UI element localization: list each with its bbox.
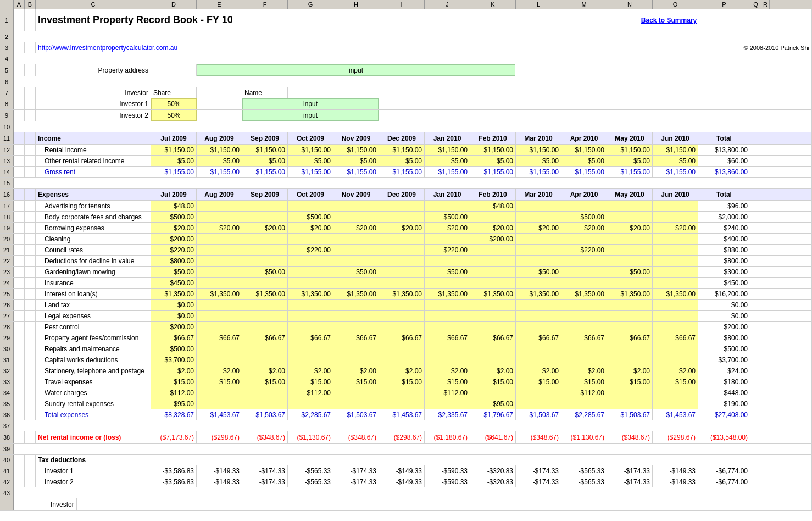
col-header-g: G [288, 0, 333, 9]
row-16: 16 Expenses Jul 2009 Aug 2009 Sep 2009 O… [0, 189, 812, 201]
oi-feb: $5.00 [470, 156, 516, 166]
cleaning-label: Cleaning [36, 234, 151, 244]
cell-16b [25, 189, 36, 200]
rownum-26: 26 [0, 300, 14, 310]
col-header-f: F [242, 0, 288, 9]
rownum-6: 6 [0, 76, 14, 87]
travel-label: Travel expenses [36, 376, 151, 387]
water-label: Water charges [36, 387, 151, 398]
exp-col-jun: Jun 2010 [653, 189, 698, 200]
rownum-33: 33 [0, 376, 14, 387]
row-38: 38 Net rental income or (loss) ($7,173.6… [0, 431, 812, 444]
col-header-j: J [425, 0, 470, 9]
cell-1-mid [310, 9, 636, 31]
rownum-20: 20 [0, 234, 14, 244]
cell-37 [14, 420, 812, 431]
cell-7-rest [288, 87, 812, 98]
col-header-p: P [698, 0, 750, 9]
cell-15 [14, 178, 812, 188]
rownum-8: 8 [0, 98, 14, 109]
row-24: 24 Insurance $450.00 $450.00 [0, 278, 812, 289]
col-header-n: N [607, 0, 653, 9]
cell-9a [14, 110, 25, 121]
cell-7e [197, 87, 242, 98]
row-26: 26 Land tax $0.00 $0.00 [0, 300, 812, 311]
col-header-r: R [761, 0, 770, 9]
column-headers: A B C D E F G H I J K L M N O P Q R [0, 0, 812, 9]
cell-16-rest [750, 189, 812, 200]
row-3: 3 http://www.investmentpropertycalculato… [0, 42, 812, 53]
cell-1-right [702, 9, 812, 31]
back-to-summary-link[interactable]: Back to Summary [636, 9, 702, 31]
spreadsheet: A B C D E F G H I J K L M N O P Q R 1 In… [0, 0, 812, 521]
row-36: 36 Total expenses $8,328.67 $1,453.67 $1… [0, 409, 812, 420]
row-22: 22 Deductions for decline in value $800.… [0, 256, 812, 267]
cell-4 [14, 53, 812, 64]
tax-inv2-label: Investor 2 [36, 476, 151, 487]
other-income-label: Other rental related income [36, 156, 151, 166]
exp-col-jul: Jul 2009 [151, 189, 197, 200]
page-title: Investment Property Record Book - FY 10 [36, 9, 310, 31]
oi-apr: $5.00 [561, 156, 607, 166]
website-link[interactable]: http://www.investmentpropertycalculator.… [36, 42, 255, 53]
income-col-jul: Jul 2009 [151, 132, 197, 144]
income-section-label: Income [36, 132, 151, 144]
rownum-36: 36 [0, 409, 14, 420]
col-header-c: C [36, 0, 151, 9]
investor2-name-input[interactable]: input [242, 110, 379, 121]
rownum-9: 9 [0, 110, 14, 121]
rownum-23: 23 [0, 267, 14, 277]
row-11: 11 Income Jul 2009 Aug 2009 Sep 2009 Oct… [0, 132, 812, 145]
ri-aug: $1,150.00 [197, 145, 242, 155]
col-header-b: B [25, 0, 36, 9]
investor2-label: Investor 2 [36, 110, 151, 121]
cell-1a [14, 9, 25, 31]
row-19: 19 Borrowing expenses $20.00 $20.00 $20.… [0, 223, 812, 234]
cell-11a [14, 132, 25, 144]
row-8: 8 Investor 1 50% input [0, 98, 812, 110]
exp-col-sep: Sep 2009 [242, 189, 288, 200]
gr-feb: $1,155.00 [470, 167, 516, 177]
row-5: 5 Property address input [0, 64, 812, 76]
income-col-jun: Jun 2010 [653, 132, 698, 144]
rownum-4: 4 [0, 53, 14, 64]
oi-jan: $5.00 [425, 156, 470, 166]
col-header-i: I [379, 0, 425, 9]
tax-inv1-label: Investor 1 [36, 465, 151, 476]
rownum-28: 28 [0, 322, 14, 332]
gr-sep: $1,155.00 [242, 167, 288, 177]
oi-aug: $5.00 [197, 156, 242, 166]
investor2-share[interactable]: 50% [151, 110, 197, 121]
rownum-1: 1 [0, 9, 14, 31]
income-col-mar: Mar 2010 [516, 132, 561, 144]
cell-13-rest [750, 156, 812, 166]
exp-col-may: May 2010 [607, 189, 653, 200]
investor1-name-input[interactable]: input [242, 98, 379, 109]
legal-label: Legal expenses [36, 311, 151, 321]
rownum-29: 29 [0, 332, 14, 343]
cell-9-rest [379, 110, 812, 121]
investor1-share[interactable]: 50% [151, 98, 197, 109]
capital-works-label: Capital works deductions [36, 354, 151, 365]
cell-12-rest [750, 145, 812, 155]
row-17: 17 Advertising for tenants $48.00 $48.00… [0, 201, 812, 212]
exp-col-nov: Nov 2009 [333, 189, 379, 200]
income-col-dec: Dec 2009 [379, 132, 425, 144]
rental-income-label: Rental income [36, 145, 151, 155]
cell-6 [14, 76, 812, 87]
col-header-l: L [516, 0, 561, 9]
rownum-11: 11 [0, 132, 14, 144]
income-col-aug: Aug 2009 [197, 132, 242, 144]
property-address-input[interactable]: input [197, 64, 515, 76]
income-col-sep: Sep 2009 [242, 132, 288, 144]
gr-oct: $1,155.00 [288, 167, 333, 177]
gr-jul: $1,155.00 [151, 167, 197, 177]
col-header-k: K [470, 0, 516, 9]
cell-5b [25, 64, 36, 76]
bottom-row: Investor [0, 498, 812, 511]
rownum-16: 16 [0, 189, 14, 200]
bottom-investor-label: Investor [14, 498, 77, 510]
sundry-label: Sundry rental expenses [36, 398, 151, 409]
income-col-total: Total [698, 132, 750, 144]
col-header-h: H [333, 0, 379, 9]
